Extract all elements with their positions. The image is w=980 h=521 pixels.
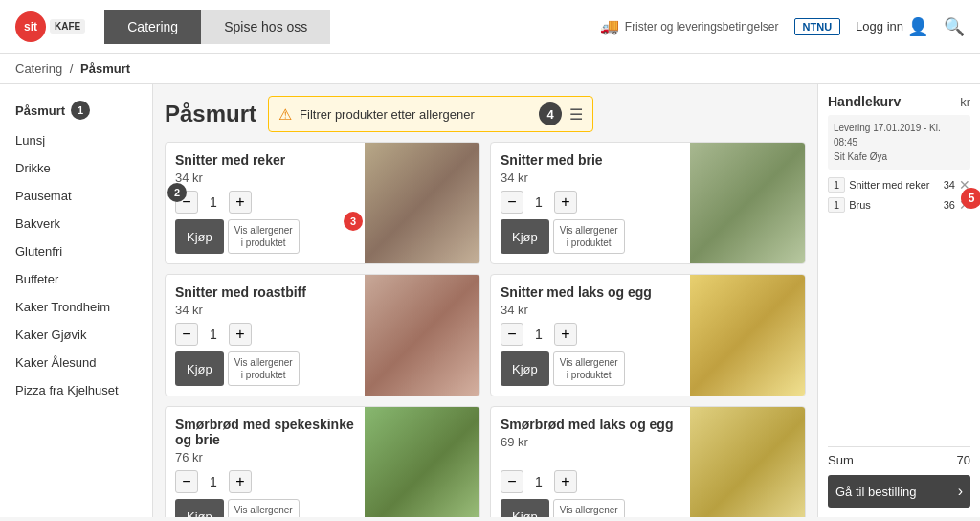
filter-sort-icon[interactable]: ☰ [569,105,583,124]
cart-item-qty-1: 1 [828,197,845,213]
qty-minus-brie[interactable]: − [501,191,523,214]
qty-value-smorbrod-brie: 1 [204,474,223,489]
checkout-button[interactable]: Gå til bestilling › [828,475,970,508]
sidebar-item-drikke[interactable]: Drikke [0,154,152,182]
btn-row-brie: Kjøp Vis allergeneri produktet [501,219,680,254]
allergen-button-brie[interactable]: Vis allergeneri produktet [553,219,625,254]
tab-spise-hos-oss[interactable]: Spise hos oss [201,10,330,44]
btn-row-reker: Kjøp Vis allergeneri produktet 3 [175,219,355,254]
login-button[interactable]: Logg inn 👤 [856,16,928,37]
logo-sit-icon: sit [15,11,46,42]
buy-button-reker[interactable]: Kjøp [175,219,224,254]
product-info-roastbiff: Snitter med roastbiff 34 kr − 1 + Kjøp V… [166,275,365,396]
buy-button-smorbrod-laks[interactable]: Kjøp [501,499,549,517]
qty-minus-roastbiff[interactable]: − [175,323,198,346]
product-price-roastbiff: 34 kr [175,303,355,317]
sidebar-item-lunsj[interactable]: Lunsj [0,126,152,154]
product-image-brie [690,143,805,263]
sidebar-item-pausemat[interactable]: Pausemat [0,182,152,210]
buy-button-laks-egg[interactable]: Kjøp [501,351,549,386]
product-price-laks-egg: 34 kr [501,303,680,317]
product-name-reker: Snitter med reker [175,152,355,168]
product-card-brie: Snitter med brie 34 kr − 1 + Kjøp Vis al… [490,142,806,264]
sidebar: Påsmurt 1 Lunsj Drikke Pausemat Bakverk … [0,84,153,517]
logo: sit KAFE [15,11,85,42]
qty-plus-laks-egg[interactable]: + [554,323,577,346]
cart-title-row: Handlekurv kr [828,94,970,109]
sidebar-item-pizza[interactable]: Pizza fra Kjelhuset [0,376,152,404]
qty-minus-laks-egg[interactable]: − [501,323,523,346]
allergen-button-reker[interactable]: Vis allergeneri produktet [228,219,300,254]
product-info-laks-egg: Snitter med laks og egg 34 kr − 1 + Kjøp… [491,275,690,396]
product-qty-row-brie: − 1 + [501,191,680,214]
sidebar-item-glutenfri[interactable]: Glutenfri [0,238,152,265]
allergen-button-roastbiff[interactable]: Vis allergeneri produktet [228,351,300,386]
sidebar-item-bakverk[interactable]: Bakverk [0,210,152,238]
user-icon: 👤 [907,16,928,37]
filter-badge: 4 [539,102,562,125]
sidebar-badge-pasmurt: 1 [71,101,90,120]
btn-row-laks-egg: Kjøp Vis allergeneri produktet [501,351,680,386]
qty-minus-smorbrod-laks[interactable]: − [501,470,523,493]
sidebar-label-pasmurt: Påsmurt [15,103,65,118]
product-image-roastbiff [365,275,479,396]
sidebar-item-kaker-gjovik[interactable]: Kaker Gjøvik [0,321,152,349]
product-qty-row-reker: − 1 + 2 [175,191,355,214]
product-name-smorbrod-laks: Smørbrød med laks og egg [501,417,680,432]
product-name-smorbrod-brie: Smørbrød med spekeskinke og brie [175,417,355,447]
allergen-button-smorbrod-laks[interactable]: Vis allergeneri produktet [553,499,625,517]
product-info-smorbrod-laks: Smørbrød med laks og egg 69 kr − 1 + Kjø… [491,407,690,517]
product-name-laks-egg: Snitter med laks og egg [501,284,680,300]
delivery-info[interactable]: 🚚 Frister og leveringsbetingelser [600,17,779,35]
header: sit KAFE Catering Spise hos oss 🚚 Friste… [0,0,980,54]
product-name-brie: Snitter med brie [501,152,680,168]
breadcrumb: Catering / Påsmurt [0,54,980,84]
qty-plus-brie[interactable]: + [554,191,577,214]
warning-icon: ⚠ [278,105,292,124]
buy-button-smorbrod-brie[interactable]: Kjøp [175,499,224,517]
delivery-label: Frister og leveringsbetingelser [625,20,779,34]
qty-value-brie: 1 [529,194,548,210]
qty-value-reker: 1 [204,194,223,210]
breadcrumb-current: Påsmurt [80,61,130,76]
product-image-smorbrod-laks [690,407,805,517]
qty-plus-smorbrod-laks[interactable]: + [554,470,577,493]
product-name-roastbiff: Snitter med roastbiff [175,284,355,300]
product-price-smorbrod-brie: 76 kr [175,450,355,464]
sidebar-item-kaker-trondheim[interactable]: Kaker Trondheim [0,293,152,321]
breadcrumb-root[interactable]: Catering [15,61,62,76]
qty-minus-smorbrod-brie[interactable]: − [175,470,198,493]
product-image-reker [365,143,479,263]
product-image-laks-egg [690,275,805,396]
allergen-button-smorbrod-brie[interactable]: Vis allergeneri produktet [228,499,300,517]
search-icon[interactable]: 🔍 [944,16,965,37]
sidebar-item-kaker-alesund[interactable]: Kaker Ålesund [0,349,152,376]
allergen-button-laks-egg[interactable]: Vis allergeneri produktet [553,351,625,386]
cart-item-price-0: 34 [944,179,955,191]
buy-button-brie[interactable]: Kjøp [501,219,549,254]
qty-value-smorbrod-laks: 1 [529,474,548,489]
qty-plus-roastbiff[interactable]: + [229,323,252,346]
sidebar-item-buffeter[interactable]: Buffeter [0,265,152,293]
cart-panel: Handlekurv kr Levering 17.01.2019 - Kl. … [817,84,980,517]
logo-kafe-label: KAFE [50,19,85,34]
qty-plus-smorbrod-brie[interactable]: + [229,470,252,493]
btn-row-smorbrod-brie: Kjøp Vis allergeneri produktet [175,499,355,517]
cart-total-row: Sum 70 [828,446,970,467]
product-info-brie: Snitter med brie 34 kr − 1 + Kjøp Vis al… [491,143,690,263]
btn-row-smorbrod-laks: Kjøp Vis allergeneri produktet [501,499,680,517]
breadcrumb-separator: / [70,61,74,76]
cart-item-0: 1 Snitter med reker 34 ✕ [828,177,970,193]
product-qty-row-smorbrod-laks: − 1 + [501,470,680,493]
buy-button-roastbiff[interactable]: Kjøp [175,351,224,386]
qty-plus-reker[interactable]: + [229,191,252,214]
cart-item-price-1: 36 [944,199,955,211]
sidebar-item-pasmurt[interactable]: Påsmurt 1 [0,94,152,126]
badge-3-reker: 3 [344,212,363,231]
product-card-reker: Snitter med reker 34 kr − 1 + 2 Kjøp Vis… [165,142,480,264]
qty-value-laks-egg: 1 [529,327,548,342]
sidebar-label-bakverk: Bakverk [15,216,60,231]
product-card-laks-egg: Snitter med laks og egg 34 kr − 1 + Kjøp… [490,274,806,396]
cart-item-name-0: Snitter med reker [849,179,940,191]
tab-catering[interactable]: Catering [104,10,201,44]
